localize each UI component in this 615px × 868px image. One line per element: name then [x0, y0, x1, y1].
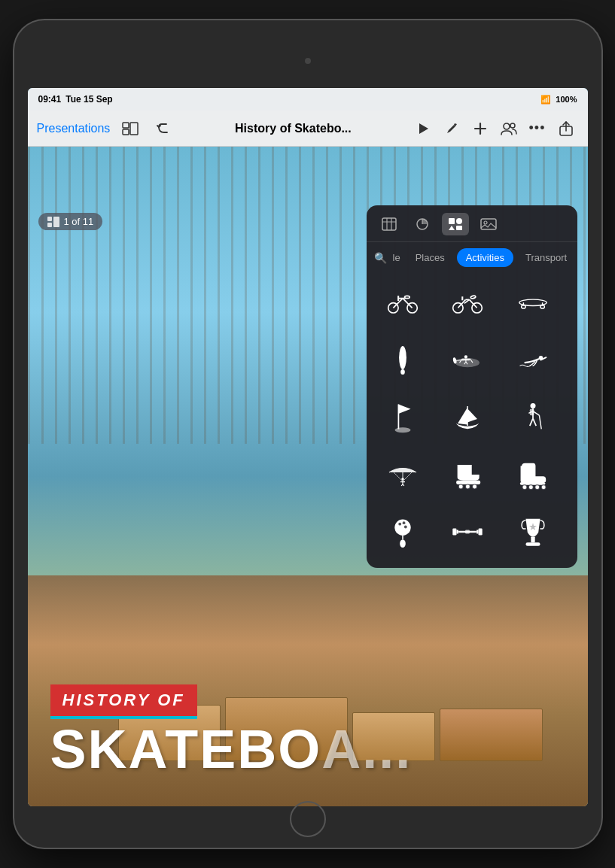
- time-display: 09:41: [38, 94, 62, 105]
- svg-point-59: [394, 427, 410, 432]
- svg-point-85: [535, 485, 540, 490]
- svg-rect-22: [456, 226, 462, 230]
- svg-marker-3: [419, 123, 428, 134]
- svg-rect-2: [130, 123, 138, 135]
- share-button[interactable]: [553, 116, 579, 141]
- date-display: Tue 15 Sep: [65, 94, 112, 105]
- sailing-shape[interactable]: [440, 390, 495, 445]
- svg-line-76: [403, 484, 404, 486]
- svg-marker-21: [449, 226, 455, 230]
- tab-chart[interactable]: [409, 213, 436, 235]
- svg-rect-96: [476, 530, 479, 533]
- bowling-shape[interactable]: [376, 505, 430, 559]
- svg-point-84: [528, 485, 533, 490]
- slide-counter-badge: 1 of 11: [38, 213, 103, 230]
- svg-rect-97: [479, 528, 483, 535]
- svg-point-83: [522, 485, 527, 490]
- svg-line-71: [403, 472, 412, 481]
- roller-skate-2-shape[interactable]: [506, 448, 560, 502]
- toolbar-right: •••: [410, 116, 579, 141]
- home-button[interactable]: [290, 801, 326, 837]
- svg-rect-23: [481, 219, 496, 229]
- svg-rect-99: [531, 536, 534, 542]
- toolbar: Presentations History of Skatebo...: [28, 111, 588, 147]
- skateboard-shape[interactable]: [506, 276, 560, 330]
- document-title: History of Skatebo...: [184, 122, 402, 135]
- svg-point-61: [530, 403, 535, 408]
- bicycle-shape[interactable]: [376, 276, 430, 330]
- svg-rect-1: [123, 129, 129, 135]
- navigator-button[interactable]: [117, 116, 143, 141]
- svg-point-40: [470, 296, 476, 299]
- swimming-shape[interactable]: [506, 333, 560, 387]
- svg-point-89: [402, 521, 405, 524]
- svg-line-70: [394, 472, 402, 481]
- history-of-badge: HISTORY OF: [50, 684, 197, 716]
- back-button[interactable]: Presentations: [37, 122, 111, 135]
- more-button[interactable]: •••: [525, 116, 550, 141]
- undo-button[interactable]: [151, 116, 176, 141]
- slide-counter-text: 1 of 11: [64, 216, 94, 227]
- hiking-shape[interactable]: [506, 390, 560, 445]
- svg-line-36: [470, 299, 477, 308]
- svg-line-66: [533, 418, 536, 426]
- svg-point-45: [540, 305, 545, 308]
- camera: [305, 58, 311, 64]
- annotate-button[interactable]: [439, 116, 464, 141]
- rowing-shape[interactable]: [440, 333, 495, 387]
- svg-line-67: [539, 415, 541, 429]
- collab-button[interactable]: [496, 116, 522, 141]
- category-activities[interactable]: Activities: [457, 248, 513, 267]
- svg-rect-10: [47, 217, 52, 221]
- add-button[interactable]: [467, 116, 493, 141]
- svg-point-7: [510, 123, 515, 128]
- svg-rect-93: [452, 528, 456, 535]
- shapes-categories: 🔍 le Places Activities Transport: [367, 242, 577, 273]
- status-left: 09:41 Tue 15 Sep: [38, 94, 113, 105]
- weightlifting-shape[interactable]: [440, 505, 495, 559]
- mountain-bike-shape[interactable]: [440, 276, 495, 330]
- svg-line-65: [530, 418, 533, 426]
- surfboard-shape[interactable]: [376, 333, 430, 387]
- svg-point-44: [521, 305, 525, 308]
- tab-media[interactable]: [475, 213, 502, 235]
- search-text: le: [393, 252, 400, 263]
- svg-rect-98: [465, 530, 470, 533]
- svg-rect-13: [382, 218, 396, 230]
- svg-rect-19: [449, 218, 455, 224]
- svg-rect-100: [525, 542, 540, 546]
- slide-area[interactable]: HISTORY OF SKATEBOA... 1 of 11: [28, 147, 588, 806]
- paragliding-shape[interactable]: [376, 448, 430, 502]
- play-button[interactable]: [410, 116, 436, 141]
- svg-point-81: [473, 484, 477, 489]
- svg-rect-94: [457, 530, 459, 533]
- svg-rect-77: [461, 465, 469, 476]
- ipad-frame: 09:41 Tue 15 Sep 📶 100% Presentations: [14, 20, 601, 848]
- shapes-grid: [367, 273, 577, 562]
- trophy-shape[interactable]: [506, 505, 560, 559]
- shapes-tab-bar: [367, 205, 577, 242]
- svg-point-46: [399, 346, 406, 369]
- svg-rect-11: [47, 223, 52, 227]
- wifi-icon: 📶: [540, 95, 551, 105]
- skate-title: SKATEBOA...: [50, 722, 565, 776]
- svg-point-91: [400, 539, 406, 548]
- svg-point-24: [484, 221, 487, 224]
- svg-rect-12: [53, 217, 59, 227]
- svg-line-35: [458, 299, 466, 308]
- svg-rect-68: [530, 409, 534, 415]
- battery-display: 100%: [556, 95, 577, 104]
- roller-skate-shape[interactable]: [440, 448, 495, 502]
- tab-shapes[interactable]: [442, 213, 469, 235]
- category-places[interactable]: Places: [406, 248, 454, 267]
- svg-point-79: [458, 484, 463, 489]
- svg-marker-58: [398, 405, 410, 414]
- shapes-popup: 🔍 le Places Activities Transport: [367, 205, 577, 568]
- golf-flag-shape[interactable]: [376, 390, 430, 445]
- category-transport[interactable]: Transport: [516, 248, 576, 267]
- svg-point-72: [401, 478, 404, 481]
- search-icon: 🔍: [374, 252, 387, 264]
- ipad-screen: 09:41 Tue 15 Sep 📶 100% Presentations: [28, 88, 588, 806]
- svg-point-20: [456, 218, 462, 224]
- tab-table[interactable]: [376, 213, 403, 235]
